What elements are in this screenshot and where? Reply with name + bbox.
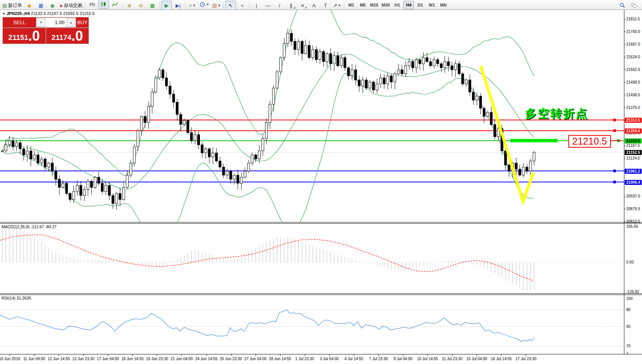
auto-trading-button[interactable]: ●自动交易 <box>58 1 83 10</box>
candle-body <box>493 125 496 137</box>
arrows-icon: ↗ <box>333 3 337 8</box>
timeframe-m1-button[interactable]: M1 <box>346 1 356 9</box>
text-button[interactable]: A <box>309 1 319 10</box>
price-alert-button[interactable]: ◆ <box>24 1 35 10</box>
chat-icon[interactable] <box>629 1 639 10</box>
timeframe-h1-button[interactable]: H1 <box>392 1 403 9</box>
price-tick-label: 21811.5 <box>626 16 640 21</box>
timeframe-w1-button[interactable]: W1 <box>426 1 437 9</box>
candle-body <box>519 169 521 175</box>
candle-body <box>83 189 86 196</box>
signals-button[interactable]: ◉ <box>47 1 58 10</box>
chart-shift-button[interactable]: ▶| <box>173 1 183 10</box>
time-axis-label: 10 Jul 14:55 <box>417 357 438 361</box>
candle-body <box>30 151 32 159</box>
cursor-button[interactable]: ↖ <box>225 1 236 10</box>
vertical-line-button[interactable]: | <box>251 1 262 10</box>
zoom-in-button[interactable]: ⊕ <box>124 1 135 10</box>
candle-body <box>51 163 53 171</box>
candle-body <box>12 141 14 147</box>
candle-body <box>386 76 389 84</box>
level-anchor[interactable] <box>613 119 616 121</box>
level-anchor[interactable] <box>613 170 616 172</box>
sell-price-display[interactable]: 21151.0 <box>3 28 46 44</box>
arrows-button[interactable]: ↗▼ <box>332 1 342 10</box>
new-order-button[interactable]: ▤新订单 <box>1 1 23 10</box>
candle-body <box>394 74 396 82</box>
volume-input[interactable] <box>46 18 66 27</box>
candle-body <box>344 58 346 68</box>
fibonacci-button[interactable]: ≡F <box>297 1 308 10</box>
bar-chart-button[interactable] <box>87 0 97 9</box>
crosshair-button[interactable]: + <box>237 1 248 10</box>
chart-symbol: JPN225-,H4 <box>7 11 30 16</box>
candle-body <box>94 177 96 187</box>
rsi-label: RSI(14) 31.2635 <box>2 296 31 300</box>
fibonacci-icon: ≡ <box>301 3 304 8</box>
level-price-label: 21061.2 <box>625 169 642 174</box>
time-axis-label: 10 Jun 2019 <box>0 357 20 361</box>
candle-body <box>422 58 424 64</box>
candle-body <box>233 175 236 180</box>
time-axis-label: 13 Jun 23:30 <box>72 357 94 361</box>
search-icon[interactable] <box>617 1 628 10</box>
candle-body <box>479 96 482 109</box>
equidistant-channel-button[interactable]: ∥E <box>286 1 296 10</box>
price-tick-label: 20937.0 <box>626 194 640 199</box>
timeframe-mn-button[interactable]: MN <box>438 1 449 9</box>
auto-scroll-icon: ▶ <box>165 3 168 8</box>
rsi-line <box>0 310 534 342</box>
candle-body <box>322 51 325 61</box>
candle-body <box>240 177 243 183</box>
timeframe-h4-button[interactable]: H4 <box>403 1 414 9</box>
yellow-trend-annotation[interactable] <box>481 66 533 201</box>
timeframe-m5-button[interactable]: M5 <box>357 1 368 9</box>
sell-button[interactable]: SELL <box>3 17 36 28</box>
candle-body <box>265 122 267 138</box>
time-tick <box>59 354 59 356</box>
timeframe-m30-button[interactable]: M30 <box>380 1 391 9</box>
candlestick-chart-button[interactable] <box>98 0 109 9</box>
candle-body <box>358 80 360 86</box>
candle-body <box>330 54 332 64</box>
chart-window[interactable]: ▲ JPN225-,H4 21132.5 21167.5 21092.5 211… <box>0 10 642 364</box>
tile-windows-button[interactable]: ▦ <box>147 1 158 10</box>
price-level-box[interactable]: 21210.5 <box>568 135 611 148</box>
timeframe-m15-button[interactable]: M15 <box>369 1 380 9</box>
market-watch-button[interactable]: ▦ <box>35 1 46 10</box>
candle-body <box>315 49 317 59</box>
price-tick-label: 21624.0 <box>626 54 640 59</box>
volume-increase-button[interactable]: ▲ <box>66 18 76 27</box>
time-axis[interactable]: 10 Jun 201911 Jun 09:0012 Jun 14:5513 Ju… <box>0 354 642 364</box>
macd-signal-line <box>0 235 533 281</box>
macd-pane[interactable] <box>0 224 624 293</box>
time-tick <box>206 354 207 356</box>
time-axis-label: 1 Jul 23:30 <box>295 357 314 361</box>
rsi-scale-label: 100 <box>626 296 633 301</box>
horizontal-line-button[interactable]: — <box>262 1 273 10</box>
level-anchor[interactable] <box>613 129 616 132</box>
candle-body <box>305 46 307 54</box>
buy-button[interactable]: BUY <box>76 17 89 28</box>
auto-scroll-button[interactable]: ▶ <box>161 1 172 10</box>
indicators-button[interactable]: +▼ <box>187 1 198 10</box>
time-tick <box>452 354 452 356</box>
level-anchor[interactable] <box>613 181 616 183</box>
time-tick <box>157 354 157 356</box>
buy-price-display[interactable]: 21174.0 <box>46 28 89 44</box>
crosshair-icon: + <box>241 3 244 8</box>
macd-scale-label: -125.82 <box>626 290 639 294</box>
text-label-button[interactable]: T <box>320 1 331 10</box>
rsi-pane[interactable] <box>0 295 624 354</box>
volume-decrease-button[interactable]: ▼ <box>36 18 46 27</box>
zoom-out-button[interactable]: ⊖ <box>135 1 146 10</box>
line-chart-button[interactable] <box>110 0 120 9</box>
trendline-button[interactable]: / <box>274 1 285 10</box>
timeframe-d1-button[interactable]: D1 <box>415 1 426 9</box>
templates-button[interactable]: ▤▼ <box>211 1 222 10</box>
candle-body <box>301 41 303 54</box>
periods-button[interactable]: ▼ <box>198 0 210 9</box>
green-level-segment[interactable] <box>510 139 558 142</box>
candle-body <box>469 80 471 92</box>
candle-body <box>290 33 292 41</box>
